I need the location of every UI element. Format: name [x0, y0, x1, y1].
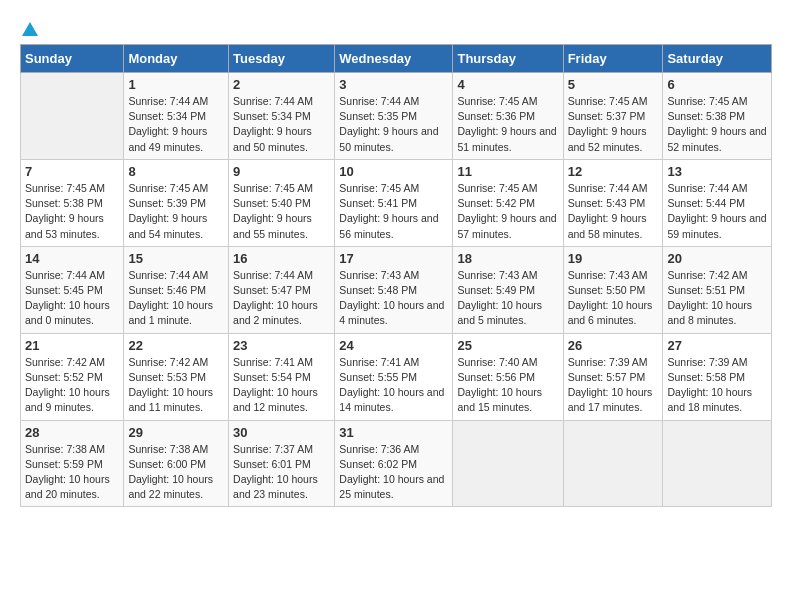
day-info: Sunrise: 7:43 AMSunset: 5:48 PMDaylight:…	[339, 268, 448, 329]
col-header-monday: Monday	[124, 45, 229, 73]
day-cell: 14Sunrise: 7:44 AMSunset: 5:45 PMDayligh…	[21, 246, 124, 333]
day-cell: 22Sunrise: 7:42 AMSunset: 5:53 PMDayligh…	[124, 333, 229, 420]
page-header	[20, 20, 772, 34]
day-number: 23	[233, 338, 330, 353]
day-info: Sunrise: 7:43 AMSunset: 5:49 PMDaylight:…	[457, 268, 558, 329]
day-info: Sunrise: 7:41 AMSunset: 5:55 PMDaylight:…	[339, 355, 448, 416]
day-info: Sunrise: 7:39 AMSunset: 5:57 PMDaylight:…	[568, 355, 659, 416]
day-number: 21	[25, 338, 119, 353]
day-cell: 25Sunrise: 7:40 AMSunset: 5:56 PMDayligh…	[453, 333, 563, 420]
day-number: 18	[457, 251, 558, 266]
day-number: 3	[339, 77, 448, 92]
week-row-4: 21Sunrise: 7:42 AMSunset: 5:52 PMDayligh…	[21, 333, 772, 420]
col-header-sunday: Sunday	[21, 45, 124, 73]
day-cell: 15Sunrise: 7:44 AMSunset: 5:46 PMDayligh…	[124, 246, 229, 333]
day-cell: 5Sunrise: 7:45 AMSunset: 5:37 PMDaylight…	[563, 73, 663, 160]
day-cell: 26Sunrise: 7:39 AMSunset: 5:57 PMDayligh…	[563, 333, 663, 420]
logo	[20, 20, 40, 34]
day-cell: 27Sunrise: 7:39 AMSunset: 5:58 PMDayligh…	[663, 333, 772, 420]
day-cell	[453, 420, 563, 507]
day-cell: 19Sunrise: 7:43 AMSunset: 5:50 PMDayligh…	[563, 246, 663, 333]
day-info: Sunrise: 7:45 AMSunset: 5:39 PMDaylight:…	[128, 181, 224, 242]
col-header-saturday: Saturday	[663, 45, 772, 73]
day-info: Sunrise: 7:44 AMSunset: 5:46 PMDaylight:…	[128, 268, 224, 329]
day-cell: 1Sunrise: 7:44 AMSunset: 5:34 PMDaylight…	[124, 73, 229, 160]
day-cell: 17Sunrise: 7:43 AMSunset: 5:48 PMDayligh…	[335, 246, 453, 333]
day-info: Sunrise: 7:36 AMSunset: 6:02 PMDaylight:…	[339, 442, 448, 503]
day-number: 25	[457, 338, 558, 353]
day-cell: 3Sunrise: 7:44 AMSunset: 5:35 PMDaylight…	[335, 73, 453, 160]
day-info: Sunrise: 7:45 AMSunset: 5:42 PMDaylight:…	[457, 181, 558, 242]
day-number: 27	[667, 338, 767, 353]
day-cell: 10Sunrise: 7:45 AMSunset: 5:41 PMDayligh…	[335, 159, 453, 246]
day-cell: 12Sunrise: 7:44 AMSunset: 5:43 PMDayligh…	[563, 159, 663, 246]
day-info: Sunrise: 7:42 AMSunset: 5:53 PMDaylight:…	[128, 355, 224, 416]
day-info: Sunrise: 7:42 AMSunset: 5:52 PMDaylight:…	[25, 355, 119, 416]
day-cell: 6Sunrise: 7:45 AMSunset: 5:38 PMDaylight…	[663, 73, 772, 160]
day-number: 4	[457, 77, 558, 92]
col-header-tuesday: Tuesday	[229, 45, 335, 73]
col-header-wednesday: Wednesday	[335, 45, 453, 73]
logo-icon	[21, 20, 39, 38]
day-cell: 8Sunrise: 7:45 AMSunset: 5:39 PMDaylight…	[124, 159, 229, 246]
calendar-header-row: SundayMondayTuesdayWednesdayThursdayFrid…	[21, 45, 772, 73]
day-cell: 7Sunrise: 7:45 AMSunset: 5:38 PMDaylight…	[21, 159, 124, 246]
day-number: 14	[25, 251, 119, 266]
day-info: Sunrise: 7:44 AMSunset: 5:44 PMDaylight:…	[667, 181, 767, 242]
day-cell: 28Sunrise: 7:38 AMSunset: 5:59 PMDayligh…	[21, 420, 124, 507]
day-number: 12	[568, 164, 659, 179]
day-number: 15	[128, 251, 224, 266]
day-info: Sunrise: 7:45 AMSunset: 5:38 PMDaylight:…	[667, 94, 767, 155]
day-info: Sunrise: 7:39 AMSunset: 5:58 PMDaylight:…	[667, 355, 767, 416]
day-info: Sunrise: 7:44 AMSunset: 5:35 PMDaylight:…	[339, 94, 448, 155]
day-cell: 9Sunrise: 7:45 AMSunset: 5:40 PMDaylight…	[229, 159, 335, 246]
day-number: 2	[233, 77, 330, 92]
day-cell: 2Sunrise: 7:44 AMSunset: 5:34 PMDaylight…	[229, 73, 335, 160]
day-number: 19	[568, 251, 659, 266]
week-row-3: 14Sunrise: 7:44 AMSunset: 5:45 PMDayligh…	[21, 246, 772, 333]
day-info: Sunrise: 7:40 AMSunset: 5:56 PMDaylight:…	[457, 355, 558, 416]
day-cell: 18Sunrise: 7:43 AMSunset: 5:49 PMDayligh…	[453, 246, 563, 333]
week-row-5: 28Sunrise: 7:38 AMSunset: 5:59 PMDayligh…	[21, 420, 772, 507]
calendar-table: SundayMondayTuesdayWednesdayThursdayFrid…	[20, 44, 772, 507]
day-info: Sunrise: 7:45 AMSunset: 5:36 PMDaylight:…	[457, 94, 558, 155]
day-number: 11	[457, 164, 558, 179]
day-cell: 16Sunrise: 7:44 AMSunset: 5:47 PMDayligh…	[229, 246, 335, 333]
day-info: Sunrise: 7:45 AMSunset: 5:38 PMDaylight:…	[25, 181, 119, 242]
day-cell: 23Sunrise: 7:41 AMSunset: 5:54 PMDayligh…	[229, 333, 335, 420]
day-info: Sunrise: 7:38 AMSunset: 6:00 PMDaylight:…	[128, 442, 224, 503]
day-number: 10	[339, 164, 448, 179]
day-cell: 24Sunrise: 7:41 AMSunset: 5:55 PMDayligh…	[335, 333, 453, 420]
day-info: Sunrise: 7:37 AMSunset: 6:01 PMDaylight:…	[233, 442, 330, 503]
day-cell: 31Sunrise: 7:36 AMSunset: 6:02 PMDayligh…	[335, 420, 453, 507]
day-number: 29	[128, 425, 224, 440]
day-cell: 20Sunrise: 7:42 AMSunset: 5:51 PMDayligh…	[663, 246, 772, 333]
day-info: Sunrise: 7:41 AMSunset: 5:54 PMDaylight:…	[233, 355, 330, 416]
day-cell: 30Sunrise: 7:37 AMSunset: 6:01 PMDayligh…	[229, 420, 335, 507]
day-cell: 4Sunrise: 7:45 AMSunset: 5:36 PMDaylight…	[453, 73, 563, 160]
day-number: 7	[25, 164, 119, 179]
day-number: 30	[233, 425, 330, 440]
day-info: Sunrise: 7:44 AMSunset: 5:47 PMDaylight:…	[233, 268, 330, 329]
week-row-2: 7Sunrise: 7:45 AMSunset: 5:38 PMDaylight…	[21, 159, 772, 246]
day-info: Sunrise: 7:42 AMSunset: 5:51 PMDaylight:…	[667, 268, 767, 329]
col-header-friday: Friday	[563, 45, 663, 73]
day-cell: 11Sunrise: 7:45 AMSunset: 5:42 PMDayligh…	[453, 159, 563, 246]
day-cell: 29Sunrise: 7:38 AMSunset: 6:00 PMDayligh…	[124, 420, 229, 507]
day-info: Sunrise: 7:44 AMSunset: 5:34 PMDaylight:…	[128, 94, 224, 155]
day-cell: 21Sunrise: 7:42 AMSunset: 5:52 PMDayligh…	[21, 333, 124, 420]
day-info: Sunrise: 7:45 AMSunset: 5:37 PMDaylight:…	[568, 94, 659, 155]
day-number: 1	[128, 77, 224, 92]
day-number: 22	[128, 338, 224, 353]
day-number: 24	[339, 338, 448, 353]
day-number: 20	[667, 251, 767, 266]
day-number: 8	[128, 164, 224, 179]
day-number: 28	[25, 425, 119, 440]
day-number: 17	[339, 251, 448, 266]
day-number: 6	[667, 77, 767, 92]
col-header-thursday: Thursday	[453, 45, 563, 73]
day-info: Sunrise: 7:44 AMSunset: 5:43 PMDaylight:…	[568, 181, 659, 242]
svg-marker-0	[22, 22, 38, 36]
day-info: Sunrise: 7:44 AMSunset: 5:34 PMDaylight:…	[233, 94, 330, 155]
day-cell	[563, 420, 663, 507]
